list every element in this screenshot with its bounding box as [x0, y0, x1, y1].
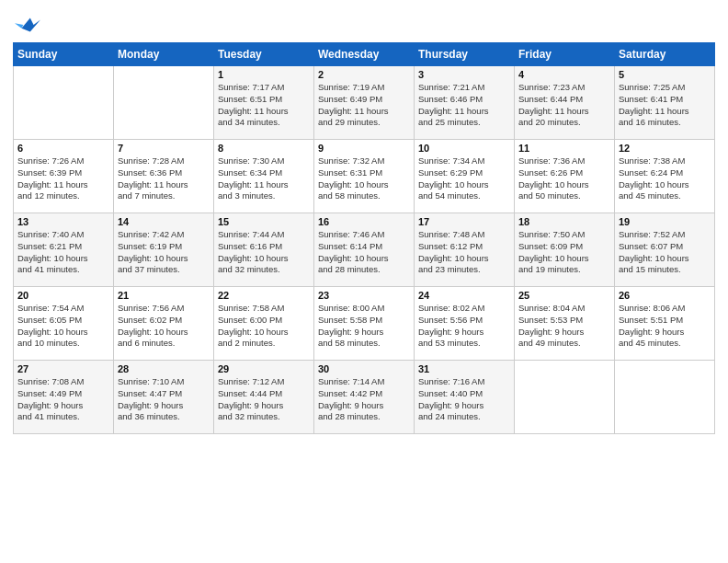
cell-content: Sunrise: 7:14 AM Sunset: 4:42 PM Dayligh…: [318, 376, 410, 423]
cell-content: Sunrise: 7:26 AM Sunset: 6:39 PM Dayligh…: [17, 155, 109, 202]
column-header-saturday: Saturday: [615, 43, 715, 66]
cell-content: Sunrise: 7:36 AM Sunset: 6:26 PM Dayligh…: [518, 155, 610, 202]
cell-content: Sunrise: 7:28 AM Sunset: 6:36 PM Dayligh…: [118, 155, 210, 202]
day-number: 14: [118, 216, 210, 227]
calendar-week-5: 27Sunrise: 7:08 AM Sunset: 4:49 PM Dayli…: [14, 361, 715, 434]
cell-content: Sunrise: 7:25 AM Sunset: 6:41 PM Dayligh…: [619, 82, 711, 129]
day-number: 31: [418, 363, 510, 374]
cell-content: Sunrise: 7:56 AM Sunset: 6:02 PM Dayligh…: [118, 303, 210, 350]
calendar-cell: 27Sunrise: 7:08 AM Sunset: 4:49 PM Dayli…: [14, 361, 114, 434]
calendar-cell: 1Sunrise: 7:17 AM Sunset: 6:51 PM Daylig…: [214, 66, 314, 140]
cell-content: Sunrise: 7:08 AM Sunset: 4:49 PM Dayligh…: [17, 376, 109, 423]
calendar-cell: 22Sunrise: 7:58 AM Sunset: 6:00 PM Dayli…: [214, 287, 314, 361]
calendar-header-row: SundayMondayTuesdayWednesdayThursdayFrid…: [14, 43, 715, 66]
calendar-cell: 8Sunrise: 7:30 AM Sunset: 6:34 PM Daylig…: [214, 140, 314, 213]
column-header-monday: Monday: [114, 43, 214, 66]
day-number: 25: [518, 290, 610, 301]
cell-content: Sunrise: 7:58 AM Sunset: 6:00 PM Dayligh…: [218, 303, 310, 350]
calendar-cell: 13Sunrise: 7:40 AM Sunset: 6:21 PM Dayli…: [14, 213, 114, 287]
calendar-cell: 29Sunrise: 7:12 AM Sunset: 4:44 PM Dayli…: [214, 361, 314, 434]
day-number: 20: [17, 290, 109, 301]
cell-content: Sunrise: 7:46 AM Sunset: 6:14 PM Dayligh…: [318, 229, 410, 276]
day-number: 19: [619, 216, 711, 227]
calendar-cell: 23Sunrise: 8:00 AM Sunset: 5:58 PM Dayli…: [314, 287, 415, 361]
day-number: 5: [619, 69, 711, 80]
cell-content: Sunrise: 7:32 AM Sunset: 6:31 PM Dayligh…: [318, 155, 410, 202]
calendar-cell: [14, 66, 114, 140]
svg-marker-1: [15, 23, 23, 29]
logo-bird-icon: [15, 13, 40, 39]
column-header-thursday: Thursday: [415, 43, 515, 66]
cell-content: Sunrise: 8:02 AM Sunset: 5:56 PM Dayligh…: [418, 303, 510, 350]
day-number: 26: [619, 290, 711, 301]
cell-content: Sunrise: 8:04 AM Sunset: 5:53 PM Dayligh…: [518, 303, 610, 350]
calendar-week-2: 6Sunrise: 7:26 AM Sunset: 6:39 PM Daylig…: [14, 140, 715, 213]
cell-content: Sunrise: 7:34 AM Sunset: 6:29 PM Dayligh…: [418, 155, 510, 202]
cell-content: Sunrise: 8:06 AM Sunset: 5:51 PM Dayligh…: [619, 303, 711, 350]
column-header-wednesday: Wednesday: [314, 43, 415, 66]
calendar-cell: 3Sunrise: 7:21 AM Sunset: 6:46 PM Daylig…: [415, 66, 515, 140]
calendar-cell: 11Sunrise: 7:36 AM Sunset: 6:26 PM Dayli…: [515, 140, 615, 213]
day-number: 22: [218, 290, 310, 301]
cell-content: Sunrise: 7:16 AM Sunset: 4:40 PM Dayligh…: [418, 376, 510, 423]
day-number: 13: [17, 216, 109, 227]
day-number: 16: [318, 216, 410, 227]
cell-content: Sunrise: 7:21 AM Sunset: 6:46 PM Dayligh…: [418, 82, 510, 129]
cell-content: Sunrise: 7:38 AM Sunset: 6:24 PM Dayligh…: [619, 155, 711, 202]
cell-content: Sunrise: 7:10 AM Sunset: 4:47 PM Dayligh…: [118, 376, 210, 423]
cell-content: Sunrise: 7:30 AM Sunset: 6:34 PM Dayligh…: [218, 155, 310, 202]
cell-content: Sunrise: 7:40 AM Sunset: 6:21 PM Dayligh…: [17, 229, 109, 276]
column-header-friday: Friday: [515, 43, 615, 66]
calendar-cell: 30Sunrise: 7:14 AM Sunset: 4:42 PM Dayli…: [314, 361, 415, 434]
calendar-cell: 9Sunrise: 7:32 AM Sunset: 6:31 PM Daylig…: [314, 140, 415, 213]
cell-content: Sunrise: 7:50 AM Sunset: 6:09 PM Dayligh…: [518, 229, 610, 276]
calendar-cell: 5Sunrise: 7:25 AM Sunset: 6:41 PM Daylig…: [615, 66, 715, 140]
cell-content: Sunrise: 7:44 AM Sunset: 6:16 PM Dayligh…: [218, 229, 310, 276]
day-number: 24: [418, 290, 510, 301]
header: [13, 9, 715, 39]
calendar-cell: 12Sunrise: 7:38 AM Sunset: 6:24 PM Dayli…: [615, 140, 715, 213]
calendar-cell: [515, 361, 615, 434]
calendar-cell: 2Sunrise: 7:19 AM Sunset: 6:49 PM Daylig…: [314, 66, 415, 140]
day-number: 6: [17, 143, 109, 154]
day-number: 12: [619, 143, 711, 154]
calendar-cell: 25Sunrise: 8:04 AM Sunset: 5:53 PM Dayli…: [515, 287, 615, 361]
column-header-sunday: Sunday: [14, 43, 114, 66]
cell-content: Sunrise: 7:54 AM Sunset: 6:05 PM Dayligh…: [17, 303, 109, 350]
day-number: 1: [218, 69, 310, 80]
cell-content: Sunrise: 7:12 AM Sunset: 4:44 PM Dayligh…: [218, 376, 310, 423]
calendar-week-1: 1Sunrise: 7:17 AM Sunset: 6:51 PM Daylig…: [14, 66, 715, 140]
calendar-cell: 19Sunrise: 7:52 AM Sunset: 6:07 PM Dayli…: [615, 213, 715, 287]
day-number: 18: [518, 216, 610, 227]
cell-content: Sunrise: 7:19 AM Sunset: 6:49 PM Dayligh…: [318, 82, 410, 129]
calendar-cell: 7Sunrise: 7:28 AM Sunset: 6:36 PM Daylig…: [114, 140, 214, 213]
day-number: 17: [418, 216, 510, 227]
day-number: 7: [118, 143, 210, 154]
day-number: 30: [318, 363, 410, 374]
day-number: 11: [518, 143, 610, 154]
day-number: 29: [218, 363, 310, 374]
cell-content: Sunrise: 7:17 AM Sunset: 6:51 PM Dayligh…: [218, 82, 310, 129]
calendar-week-3: 13Sunrise: 7:40 AM Sunset: 6:21 PM Dayli…: [14, 213, 715, 287]
calendar-cell: [615, 361, 715, 434]
calendar-cell: [114, 66, 214, 140]
column-header-tuesday: Tuesday: [214, 43, 314, 66]
calendar-cell: 26Sunrise: 8:06 AM Sunset: 5:51 PM Dayli…: [615, 287, 715, 361]
day-number: 15: [218, 216, 310, 227]
calendar-week-4: 20Sunrise: 7:54 AM Sunset: 6:05 PM Dayli…: [14, 287, 715, 361]
calendar-cell: 16Sunrise: 7:46 AM Sunset: 6:14 PM Dayli…: [314, 213, 415, 287]
cell-content: Sunrise: 7:23 AM Sunset: 6:44 PM Dayligh…: [518, 82, 610, 129]
page-container: SundayMondayTuesdayWednesdayThursdayFrid…: [0, 0, 728, 440]
calendar-cell: 31Sunrise: 7:16 AM Sunset: 4:40 PM Dayli…: [415, 361, 515, 434]
calendar-cell: 4Sunrise: 7:23 AM Sunset: 6:44 PM Daylig…: [515, 66, 615, 140]
day-number: 3: [418, 69, 510, 80]
logo: [13, 13, 40, 39]
day-number: 9: [318, 143, 410, 154]
day-number: 10: [418, 143, 510, 154]
day-number: 23: [318, 290, 410, 301]
svg-marker-0: [21, 18, 40, 32]
calendar-cell: 21Sunrise: 7:56 AM Sunset: 6:02 PM Dayli…: [114, 287, 214, 361]
calendar-cell: 6Sunrise: 7:26 AM Sunset: 6:39 PM Daylig…: [14, 140, 114, 213]
day-number: 27: [17, 363, 109, 374]
cell-content: Sunrise: 7:42 AM Sunset: 6:19 PM Dayligh…: [118, 229, 210, 276]
